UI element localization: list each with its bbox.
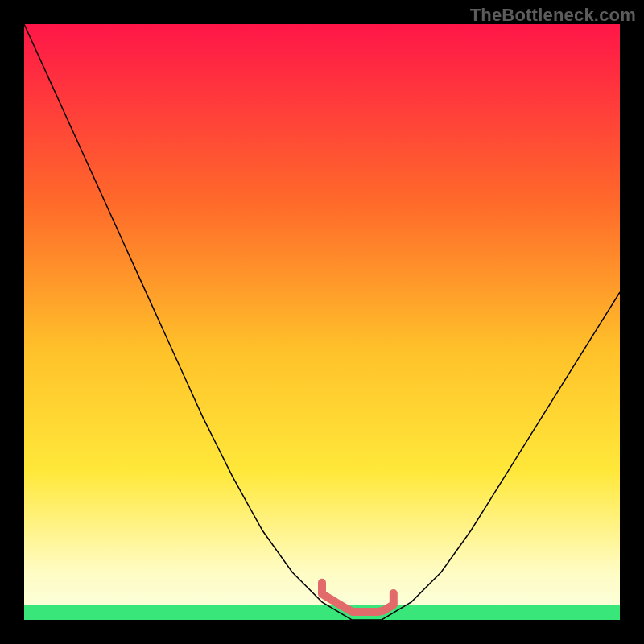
plot-area — [24, 24, 620, 620]
gradient-background — [24, 24, 620, 620]
chart-root: { "watermark": "TheBottleneck.com", "col… — [0, 0, 644, 644]
safe-band — [24, 605, 620, 620]
plot-svg — [24, 24, 620, 620]
watermark-text: TheBottleneck.com — [470, 5, 636, 26]
